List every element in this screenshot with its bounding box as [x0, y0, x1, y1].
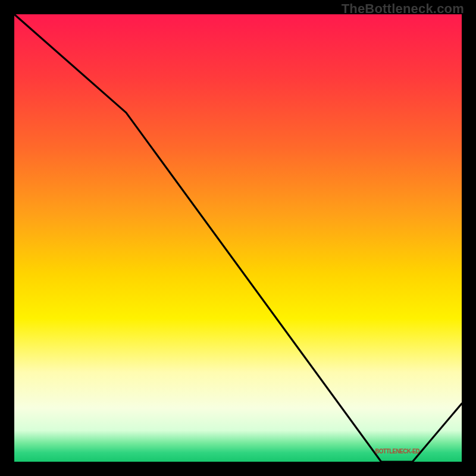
plot-area: BOTTLENECK-ED: [14, 14, 462, 462]
chart-frame: TheBottleneck.com BOTTLENECK-ED: [0, 0, 476, 476]
bottleneck-label: BOTTLENECK-ED: [375, 447, 419, 455]
bottleneck-line: [14, 14, 462, 462]
